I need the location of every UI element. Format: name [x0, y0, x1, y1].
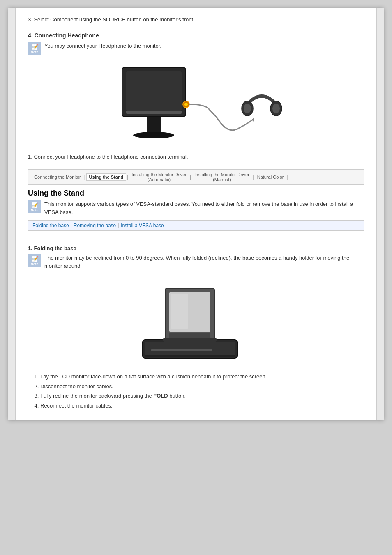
- link-bar: Folding the base | Removing the base | I…: [28, 220, 364, 231]
- nav-item-color[interactable]: Natural Color: [255, 174, 286, 180]
- using-stand-note-text: This monitor supports various types of V…: [44, 200, 364, 216]
- nav-item-auto[interactable]: Installing the Monitor Driver(Automatic): [129, 171, 189, 183]
- page-container: 3. Select Component using the SOURCE but…: [8, 8, 384, 420]
- left-border: [8, 8, 16, 420]
- svg-rect-13: [151, 349, 212, 351]
- folded-monitor-illustration: [28, 276, 364, 366]
- nav-item-stand[interactable]: Using the Stand: [86, 173, 127, 181]
- folding-step-3: Fully recline the monitor backward press…: [40, 392, 364, 400]
- svg-point-10: [272, 104, 280, 113]
- folding-step-1-text: Lay the LCD monitor face-down on a flat …: [40, 373, 267, 380]
- folding-step-1: Lay the LCD monitor face-down on a flat …: [40, 373, 364, 381]
- note-icon-headphone: Note: [28, 42, 41, 55]
- note-block-stand: Note This monitor supports various types…: [28, 200, 364, 216]
- step-3: 3. Select Component using the SOURCE but…: [28, 16, 364, 23]
- nav-bar: Connecting the Monitor | Using the Stand…: [28, 169, 364, 185]
- nav-item-connecting[interactable]: Connecting the Monitor: [32, 174, 83, 180]
- folding-step-4-text: Reconnect the monitor cables.: [40, 403, 113, 409]
- folding-steps-list: Lay the LCD monitor face-down on a flat …: [40, 373, 364, 410]
- note-icon-stand: Note: [28, 200, 41, 213]
- section-4-heading: 4. Connecting Headphone: [28, 32, 364, 39]
- folding-step-2-text: Disconnect the monitor cables.: [40, 383, 113, 389]
- svg-rect-17: [171, 294, 188, 329]
- svg-rect-14: [145, 355, 235, 357]
- divider-1: [28, 28, 364, 28]
- link-removing-base[interactable]: Removing the base: [74, 223, 116, 228]
- nav-sep-4: |: [252, 175, 255, 180]
- folding-step-2: Disconnect the monitor cables.: [40, 382, 364, 391]
- nav-item-manual[interactable]: Installing the Monitor Driver(Manual): [192, 171, 252, 183]
- content-area: 3. Select Component using the SOURCE but…: [16, 8, 376, 420]
- headphone-image-svg: [110, 63, 282, 145]
- link-install-vesa[interactable]: Install a VESA base: [120, 223, 164, 228]
- svg-rect-2: [126, 111, 182, 114]
- right-border: [376, 8, 384, 420]
- divider-2: [28, 165, 364, 165]
- step-3-text: 3. Select Component using the SOURCE but…: [28, 16, 195, 23]
- svg-point-4: [133, 132, 174, 138]
- svg-rect-19: [163, 338, 217, 342]
- nav-sep-5: |: [286, 175, 289, 180]
- section-4-note-text: You may connect your Headphone to the mo…: [44, 42, 161, 50]
- svg-rect-1: [126, 71, 182, 111]
- folding-step-4: Reconnect the monitor cables.: [40, 402, 364, 410]
- svg-rect-12: [145, 342, 235, 356]
- step-4-1-text: 1. Connect your Headphone to the Headpho…: [28, 154, 188, 160]
- link-folding-base[interactable]: Folding the base: [32, 223, 69, 228]
- link-sep-1: |: [71, 223, 72, 228]
- folding-base-note-text: The monitor may be reclined from 0 to 90…: [44, 254, 364, 270]
- folded-monitor-svg: [138, 280, 254, 362]
- note-icon-folding: Note: [28, 254, 41, 267]
- svg-point-6: [184, 103, 188, 106]
- link-sep-2: |: [118, 223, 119, 228]
- nav-sep-3: |: [189, 175, 192, 180]
- folding-step-3-text: Fully recline the monitor backward press…: [40, 393, 186, 399]
- note-label-stand: Note: [31, 208, 38, 212]
- note-label: Note: [31, 50, 38, 54]
- note-label-folding: Note: [31, 262, 38, 266]
- headphone-illustration: [28, 59, 364, 150]
- nav-sep-1: |: [83, 175, 86, 180]
- svg-point-8: [244, 104, 251, 113]
- folding-base-heading: 1. Folding the base: [28, 245, 364, 251]
- note-block-headphone: Note You may connect your Headphone to t…: [28, 42, 364, 55]
- nav-sep-2: |: [126, 175, 129, 180]
- step-4-1: 1. Connect your Headphone to the Headpho…: [28, 154, 364, 160]
- fold-bold: FOLD: [153, 393, 168, 399]
- using-stand-heading: Using the Stand: [28, 189, 364, 198]
- note-block-folding: Note The monitor may be reclined from 0 …: [28, 254, 364, 270]
